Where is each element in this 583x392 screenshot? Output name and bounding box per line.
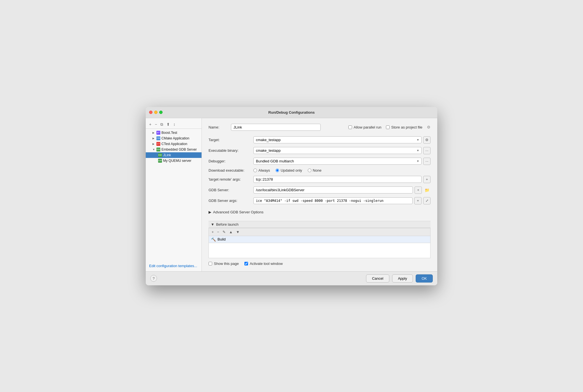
before-launch-section: ▼ Before launch + − ✎ ▲ ▼ 🔨 Build <box>209 221 431 258</box>
quemu-icon: EM <box>158 159 162 163</box>
chevron-down-icon: ▼ <box>152 148 155 151</box>
run-debug-dialog: Run/Debug Configurations + − ⧉ ⬆ ↕ ▶ BT … <box>146 107 437 285</box>
before-launch-header: ▼ Before launch <box>209 221 431 228</box>
radio-updated-only-input[interactable] <box>276 169 279 172</box>
target-settings-button[interactable]: ⚙ <box>423 136 431 144</box>
sidebar-item-label: My QUEMU server <box>163 159 191 163</box>
remove-config-button[interactable]: − <box>154 122 158 127</box>
dialog-footer: ? Cancel Apply OK <box>146 271 437 285</box>
target-row: Target: cmake_testapp ▼ ⚙ <box>209 136 431 144</box>
target-label: Target: <box>209 138 253 142</box>
radio-updated-only[interactable]: Updated only <box>276 168 302 172</box>
name-input[interactable] <box>231 124 321 131</box>
radio-none[interactable]: None <box>308 168 321 172</box>
cancel-button[interactable]: Cancel <box>366 274 389 283</box>
advanced-gdb-options-row[interactable]: ▶ Advanced GDB Server Options <box>209 208 431 216</box>
before-launch-label: Before launch <box>216 222 239 227</box>
chevron-right-icon: ▶ <box>152 137 155 140</box>
sidebar-item-quemu-server[interactable]: EM My QUEMU server <box>146 158 202 164</box>
gdb-server-input[interactable] <box>253 186 413 193</box>
main-panel: Name: Allow parallel run Store as projec… <box>202 118 437 271</box>
allow-parallel-run-label[interactable]: Allow parallel run <box>348 125 381 129</box>
apply-button[interactable]: Apply <box>392 274 413 283</box>
gdb-server-args-expand-button[interactable]: ⤢ <box>423 197 431 204</box>
download-exec-control: Always Updated only None <box>253 168 431 172</box>
target-dropdown-wrapper: cmake_testapp ▼ <box>253 136 422 143</box>
edit-templates-link[interactable]: Edit configuration templates... <box>146 259 202 269</box>
gdb-server-args-add-button[interactable]: + <box>414 197 422 204</box>
sidebar-item-label: CMake Application <box>161 136 189 140</box>
store-as-project-label[interactable]: Store as project file <box>386 125 422 129</box>
launch-toolbar: + − ✎ ▲ ▼ <box>209 228 431 236</box>
dialog-body: + − ⧉ ⬆ ↕ ▶ BT Boost.Test ▶ CM CMake App… <box>146 118 437 271</box>
close-button[interactable] <box>149 111 152 114</box>
debugger-dropdown[interactable]: Bundled GDB multiarch <box>253 158 422 165</box>
folder-icon[interactable]: 📁 <box>424 187 431 193</box>
target-remote-input[interactable] <box>253 176 422 183</box>
move-config-button[interactable]: ⬆ <box>165 122 171 127</box>
gdb-server-args-input[interactable] <box>253 197 413 204</box>
name-row-right: Allow parallel run Store as project file… <box>348 125 431 129</box>
launch-edit-button[interactable]: ✎ <box>221 229 227 235</box>
gdb-server-args-label: GDB Server args: <box>209 199 253 203</box>
jlink-icon: EM <box>158 153 162 157</box>
radio-none-input[interactable] <box>308 169 311 172</box>
chevron-right-icon: ▶ <box>152 143 155 145</box>
launch-item[interactable]: 🔨 Build <box>209 236 430 243</box>
gdb-server-args-row: GDB Server args: + ⤢ <box>209 197 431 204</box>
traffic-lights <box>149 111 163 114</box>
launch-item-label: Build <box>218 237 226 241</box>
activate-tool-window-checkbox[interactable] <box>244 262 248 265</box>
copy-config-button[interactable]: ⧉ <box>159 122 164 127</box>
executable-dropdown[interactable]: cmake_testapp <box>253 147 422 154</box>
show-page-label[interactable]: Show this page <box>209 262 239 266</box>
debugger-control: Bundled GDB multiarch ▼ ··· <box>253 158 431 165</box>
footer-left: ? <box>150 275 157 282</box>
activate-tool-window-label[interactable]: Activate tool window <box>244 262 283 266</box>
add-config-button[interactable]: + <box>148 122 152 127</box>
target-remote-add-button[interactable]: + <box>423 176 431 183</box>
sidebar-item-label: JLink <box>163 153 171 157</box>
radio-always[interactable]: Always <box>253 168 270 172</box>
show-page-checkbox[interactable] <box>209 262 212 265</box>
executable-label: Executable binary: <box>209 148 253 153</box>
chevron-right-icon: ▶ <box>209 210 211 214</box>
sidebar-item-label: Boost.Test <box>161 131 177 135</box>
sidebar-item-embedded-gdb-server[interactable]: ▼ EM Embedded GDB Server <box>146 147 202 152</box>
bottom-options: Show this page Activate tool window <box>209 262 431 266</box>
target-control: cmake_testapp ▼ ⚙ <box>253 136 431 144</box>
ok-button[interactable]: OK <box>416 274 433 283</box>
sidebar-item-jlink[interactable]: EM JLink <box>146 152 202 158</box>
debugger-more-button[interactable]: ··· <box>423 158 431 165</box>
executable-more-button[interactable]: ··· <box>423 147 431 154</box>
launch-move-down-button[interactable]: ▼ <box>235 229 241 235</box>
chevron-down-icon: ▼ <box>211 222 214 227</box>
launch-list: 🔨 Build <box>209 236 431 258</box>
download-exec-row: Download executable: Always Updated only… <box>209 168 431 172</box>
launch-remove-button[interactable]: − <box>216 229 221 235</box>
gdb-server-label: GDB Server: <box>209 188 253 192</box>
target-remote-label: 'target remote' args: <box>209 177 253 181</box>
debugger-dropdown-wrapper: Bundled GDB multiarch ▼ <box>253 158 422 165</box>
target-dropdown[interactable]: cmake_testapp <box>253 136 422 143</box>
radio-always-input[interactable] <box>253 169 257 172</box>
store-as-project-checkbox[interactable] <box>386 125 390 129</box>
sidebar-item-label: Embedded GDB Server <box>161 148 197 151</box>
launch-move-up-button[interactable]: ▲ <box>228 229 234 235</box>
chevron-right-icon: ▶ <box>152 131 155 134</box>
sidebar-toolbar: + − ⧉ ⬆ ↕ <box>146 120 202 129</box>
sidebar-item-ctest-application[interactable]: ▶ CT CTest Application <box>146 141 202 147</box>
maximize-button[interactable] <box>159 111 163 114</box>
sort-config-button[interactable]: ↕ <box>172 122 176 127</box>
sidebar-item-cmake-application[interactable]: ▶ CM CMake Application <box>146 136 202 141</box>
sidebar-item-boost-test[interactable]: ▶ BT Boost.Test <box>146 130 202 136</box>
dialog-title: Run/Debug Configurations <box>268 110 314 115</box>
help-button[interactable]: ? <box>150 275 157 282</box>
name-row: Name: Allow parallel run Store as projec… <box>209 124 431 131</box>
gear-icon[interactable]: ⚙ <box>427 125 431 129</box>
allow-parallel-run-checkbox[interactable] <box>348 125 352 129</box>
target-remote-control: + <box>253 176 431 183</box>
launch-add-button[interactable]: + <box>210 229 215 235</box>
minimize-button[interactable] <box>154 111 158 114</box>
gdb-server-add-button[interactable]: + <box>415 186 422 194</box>
